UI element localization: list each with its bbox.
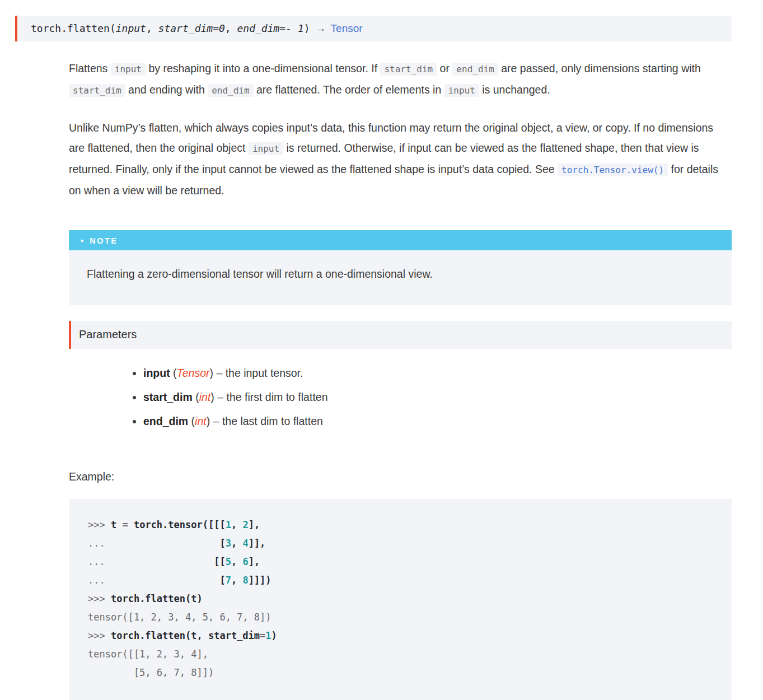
code-token-code: ],: [249, 556, 260, 567]
code-line: >>> torch.flatten(t, start_dim=1): [88, 627, 713, 645]
parameter-item: input (Tensor) – the input tensor.: [143, 366, 732, 380]
signature-close-paren: ): [304, 22, 310, 34]
code-token-number-literal: 7: [226, 575, 231, 586]
code-token-code: ,: [231, 575, 242, 586]
parameters-list: input (Tensor) – the input tensor.start_…: [69, 366, 732, 428]
signature-open-paren: (: [110, 22, 116, 34]
code-token-code: ]]]): [249, 575, 272, 586]
code-token-code: [: [105, 538, 226, 549]
code-token-number-literal: 1: [226, 519, 231, 530]
signature-param: input: [116, 22, 146, 34]
parameter-name: start_dim: [143, 391, 193, 403]
arrow-right-icon: →: [316, 22, 326, 34]
code-line: ... [[5, 6],: [88, 553, 713, 571]
signature-name: torch.flatten: [31, 22, 110, 34]
code-token-operator: =: [260, 630, 265, 641]
function-signature: torch.flatten(input, start_dim=0, end_di…: [15, 16, 732, 41]
description-paragraph-2: Unlike NumPy’s flatten, which always cop…: [69, 118, 732, 200]
code-token-number-literal: 4: [242, 538, 248, 549]
code-token-code: ]],: [249, 538, 266, 549]
code-token-code: torch.flatten(t): [111, 593, 203, 604]
code-token-code: ,: [231, 538, 242, 549]
code-line: tensor([1, 2, 3, 4, 5, 6, 7, 8]): [88, 608, 713, 627]
code-token-number-literal: 2: [242, 519, 248, 530]
code-token-code: t: [111, 519, 116, 530]
code-token-number-literal: 8: [242, 575, 248, 586]
inline-code-link[interactable]: torch.Tensor.view(): [558, 164, 668, 176]
code-token-number-literal: 6: [242, 556, 248, 567]
code-token-output: tensor([[1, 2, 3, 4],: [88, 648, 208, 660]
code-token-number-literal: 3: [226, 538, 231, 549]
note-bullet-icon: •: [81, 236, 83, 245]
parameter-type-link[interactable]: int: [199, 391, 211, 403]
parameters-heading: Parameters: [69, 321, 732, 349]
code-token-prompt: ...: [88, 538, 105, 549]
code-token-code: [[: [105, 556, 226, 567]
doc-body: Flattens input by reshaping it into a on…: [69, 58, 732, 700]
code-token-code: ): [272, 630, 277, 641]
code-token-code: torch.flatten(t, start_dim: [111, 630, 260, 641]
code-line: ... [7, 8]]]): [88, 571, 713, 590]
inline-code: input: [444, 84, 479, 97]
parameter-name: input: [143, 367, 170, 379]
code-token-operator: =: [116, 519, 134, 530]
signature-param: start_dim=0: [158, 22, 225, 34]
code-line: [5, 6, 7, 8]]): [88, 664, 713, 682]
signature-params: input, start_dim=0, end_dim=- 1: [116, 22, 304, 34]
description-paragraph-1: Flattens input by reshaping it into a on…: [69, 58, 732, 101]
parameter-type-link[interactable]: int: [195, 415, 207, 427]
code-token-code: torch.tensor([[[: [134, 519, 226, 530]
note-label: NOTE: [90, 236, 118, 245]
inline-code: end_dim: [208, 84, 253, 97]
code-line: >>> torch.flatten(t): [88, 590, 713, 608]
code-token-code: ],: [249, 519, 260, 530]
inline-code: end_dim: [452, 63, 498, 76]
signature-param: end_dim=- 1: [237, 22, 304, 34]
signature-return: →Tensor: [310, 22, 363, 34]
inline-code: input: [249, 142, 283, 155]
inline-code: start_dim: [380, 63, 437, 76]
code-token-output: [5, 6, 7, 8]]): [88, 667, 214, 678]
code-line: ... [3, 4]],: [88, 534, 713, 553]
example-code: >>> t = torch.tensor([[[1, 2],... [3, 4]…: [69, 499, 732, 700]
code-token-prompt: >>>: [88, 519, 111, 530]
note-body-text: Flattening a zero-dimensional tensor wil…: [69, 250, 732, 305]
code-token-number-literal: 5: [226, 556, 231, 567]
note-admonition: •NOTE Flattening a zero-dimensional tens…: [69, 230, 732, 305]
inline-code: start_dim: [69, 84, 125, 97]
code-token-prompt: >>>: [88, 593, 111, 604]
example-label: Example:: [69, 470, 732, 483]
inline-code: input: [111, 63, 146, 76]
code-token-prompt: ...: [88, 575, 105, 586]
note-header: •NOTE: [69, 230, 732, 250]
code-token-code: ,: [231, 519, 242, 530]
parameter-name: end_dim: [143, 415, 188, 427]
parameter-item: end_dim (int) – the last dim to flatten: [143, 414, 732, 428]
code-line: tensor([[1, 2, 3, 4],: [88, 645, 713, 664]
code-token-output: tensor([1, 2, 3, 4, 5, 6, 7, 8]): [88, 612, 272, 623]
parameter-item: start_dim (int) – the first dim to flatt…: [143, 390, 732, 404]
code-token-code: ,: [231, 556, 242, 567]
parameter-type-link[interactable]: Tensor: [177, 367, 210, 379]
return-type-link[interactable]: Tensor: [331, 22, 363, 34]
code-token-prompt: >>>: [88, 630, 111, 641]
code-line: >>> t = torch.tensor([[[1, 2],: [88, 516, 713, 534]
code-token-prompt: ...: [88, 556, 105, 567]
code-token-code: [: [105, 575, 226, 586]
code-token-number-literal: 1: [265, 630, 271, 641]
